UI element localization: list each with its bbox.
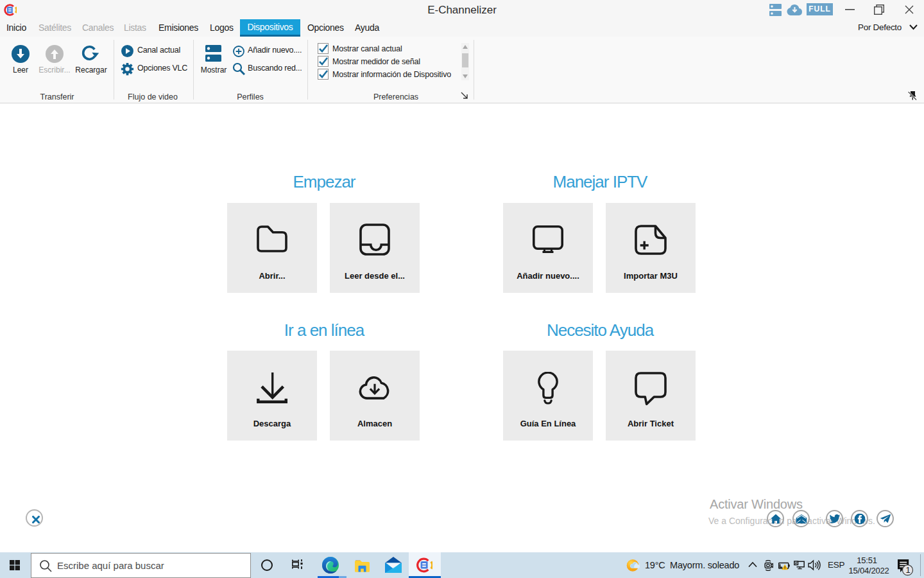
svg-text:1: 1 (905, 565, 910, 575)
